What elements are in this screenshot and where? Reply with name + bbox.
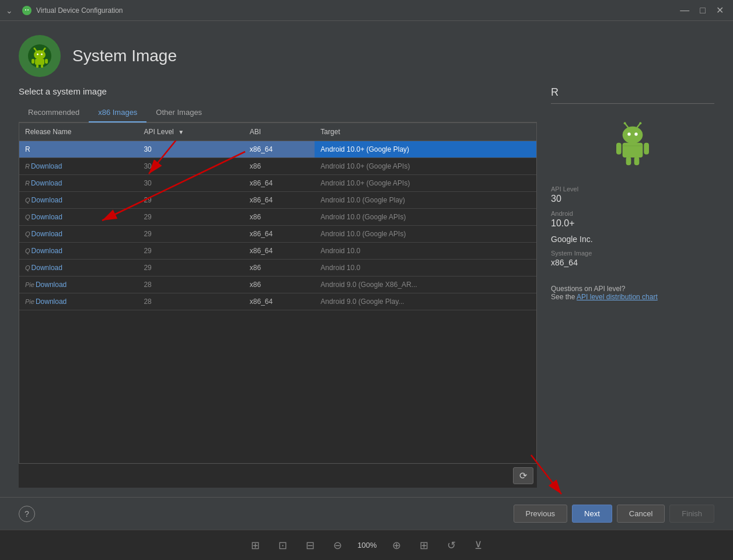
toolbar-icon-6[interactable]: ⊞ <box>416 537 432 554</box>
cell-release-name: PieDownload <box>19 293 138 310</box>
svg-point-16 <box>623 127 643 144</box>
cell-abi: x86 <box>244 260 315 276</box>
right-panel: R <box>551 86 714 488</box>
cell-target: Android 9.0 (Google Play... <box>315 293 536 310</box>
rotate-icon[interactable]: ↺ <box>444 537 459 554</box>
svg-rect-24 <box>616 143 622 155</box>
android-value: 10.0+ <box>551 218 714 229</box>
col-target: Target <box>315 123 536 141</box>
tab-other-images[interactable]: Other Images <box>146 103 211 123</box>
cell-abi: x86 <box>244 276 315 293</box>
table-row[interactable]: R30x86_64Android 10.0+ (Google Play) <box>19 141 536 158</box>
titlebar-left: ⌄ Virtual Device Configuration <box>6 6 123 15</box>
system-image-value: x86_64 <box>551 258 714 267</box>
svg-rect-26 <box>626 157 631 166</box>
cancel-button[interactable]: Cancel <box>617 505 665 523</box>
col-release-name: Release Name <box>19 123 138 141</box>
cell-abi: x86_64 <box>244 243 315 260</box>
cell-target: Android 10.0 <box>315 260 536 276</box>
cell-release-name: QDownload <box>19 209 138 226</box>
table-row[interactable]: QDownload29x86_64Android 10.0 (Google AP… <box>19 226 536 243</box>
finish-button[interactable]: Finish <box>669 505 714 523</box>
titlebar-title: Virtual Device Configuration <box>36 6 123 15</box>
svg-rect-12 <box>32 59 34 64</box>
svg-rect-13 <box>45 59 48 64</box>
svg-rect-23 <box>623 143 643 158</box>
cell-target: Android 10.0 <box>315 243 536 260</box>
help-button[interactable]: ? <box>19 506 35 522</box>
dialog: System Image Select a system image Recom… <box>0 21 733 530</box>
svg-rect-25 <box>644 143 649 155</box>
svg-point-18 <box>624 122 626 124</box>
sort-arrow-icon: ▼ <box>178 129 184 135</box>
tab-recommended[interactable]: Recommended <box>19 103 89 123</box>
cell-target: Android 10.0+ (Google APIs) <box>315 158 536 175</box>
cell-api-level: 30 <box>138 158 243 175</box>
android-label: Android <box>551 210 714 217</box>
android-robot-svg <box>609 120 656 167</box>
svg-rect-27 <box>634 157 640 166</box>
api-level-value: 30 <box>551 194 714 204</box>
table-footer: ⟳ <box>19 464 537 488</box>
refresh-button[interactable]: ⟳ <box>513 467 533 484</box>
cell-abi: x86_64 <box>244 226 315 243</box>
dialog-header: System Image <box>0 21 733 86</box>
toolbar-icon-3[interactable]: ⊟ <box>302 537 318 554</box>
svg-point-4 <box>34 50 46 60</box>
api-question: Questions on API level? See the API leve… <box>551 285 714 301</box>
cell-release-name: R <box>19 141 138 158</box>
cell-release-name: QDownload <box>19 226 138 243</box>
footer-left: ? <box>19 506 509 522</box>
cell-api-level: 28 <box>138 293 243 310</box>
cell-target: Android 10.0 (Google APIs) <box>315 209 536 226</box>
selected-release-title: R <box>551 86 714 104</box>
svg-point-1 <box>25 9 26 10</box>
api-link[interactable]: API level distribution chart <box>577 293 658 301</box>
svg-point-20 <box>639 122 641 124</box>
section-title: Select a system image <box>19 86 537 96</box>
cell-release-name: PieDownload <box>19 276 138 293</box>
android-figure <box>551 120 714 167</box>
cell-target: Android 10.0+ (Google APIs) <box>315 175 536 192</box>
next-button[interactable]: Next <box>572 505 612 523</box>
cell-target: Android 9.0 (Google X86_AR... <box>315 276 536 293</box>
cell-abi: x86_64 <box>244 141 315 158</box>
api-level-label: API Level <box>551 186 714 192</box>
cell-abi: x86_64 <box>244 175 315 192</box>
toolbar-icon-1[interactable]: ⊞ <box>247 537 263 554</box>
dialog-content: Select a system image Recommended x86 Im… <box>0 86 733 497</box>
tab-x86-images[interactable]: x86 Images <box>89 103 146 123</box>
toolbar-icon-2[interactable]: ⊡ <box>275 537 291 554</box>
svg-point-22 <box>634 132 637 135</box>
vendor-value: Google Inc. <box>551 235 714 244</box>
col-abi: ABI <box>244 123 315 141</box>
table-row[interactable]: QDownload29x86_64Android 10.0 (Google Pl… <box>19 192 536 209</box>
table-row[interactable]: QDownload29x86Android 10.0 (Google APIs) <box>19 209 536 226</box>
system-image-table[interactable]: Release Name API Level ▼ ABI Target R30x… <box>19 123 537 464</box>
dialog-title: System Image <box>72 47 177 65</box>
zoom-in-icon[interactable]: ⊕ <box>389 537 404 554</box>
table-row[interactable]: RDownload30x86Android 10.0+ (Google APIs… <box>19 158 536 175</box>
col-api-level[interactable]: API Level ▼ <box>138 123 243 141</box>
previous-button[interactable]: Previous <box>514 505 568 523</box>
table-row[interactable]: PieDownload28x86Android 9.0 (Google X86_… <box>19 276 536 293</box>
table-row[interactable]: RDownload30x86_64Android 10.0+ (Google A… <box>19 175 536 192</box>
cell-abi: x86 <box>244 209 315 226</box>
cell-release-name: RDownload <box>19 175 138 192</box>
download-icon[interactable]: ⊻ <box>471 537 486 554</box>
close-button[interactable]: ✕ <box>713 5 727 16</box>
table-header: Release Name API Level ▼ ABI Target <box>19 123 536 141</box>
zoom-out-icon[interactable]: ⊖ <box>330 537 345 554</box>
maximize-button[interactable]: □ <box>696 5 709 16</box>
table-row[interactable]: PieDownload28x86_64Android 9.0 (Google P… <box>19 293 536 310</box>
titlebar: ⌄ Virtual Device Configuration — □ ✕ <box>0 0 733 21</box>
table-row[interactable]: QDownload29x86_64Android 10.0 <box>19 243 536 260</box>
table-row[interactable]: QDownload29x86Android 10.0 <box>19 260 536 276</box>
minimize-button[interactable]: — <box>676 5 693 16</box>
dropdown-icon[interactable]: ⌄ <box>6 6 13 15</box>
bottom-toolbar: ⊞ ⊡ ⊟ ⊖ 100% ⊕ ⊞ ↺ ⊻ <box>0 530 733 560</box>
cell-api-level: 28 <box>138 276 243 293</box>
info-section: API Level 30 Android 10.0+ Google Inc. S… <box>551 186 714 273</box>
cell-api-level: 29 <box>138 192 243 209</box>
cell-target: Android 10.0+ (Google Play) <box>315 141 536 158</box>
